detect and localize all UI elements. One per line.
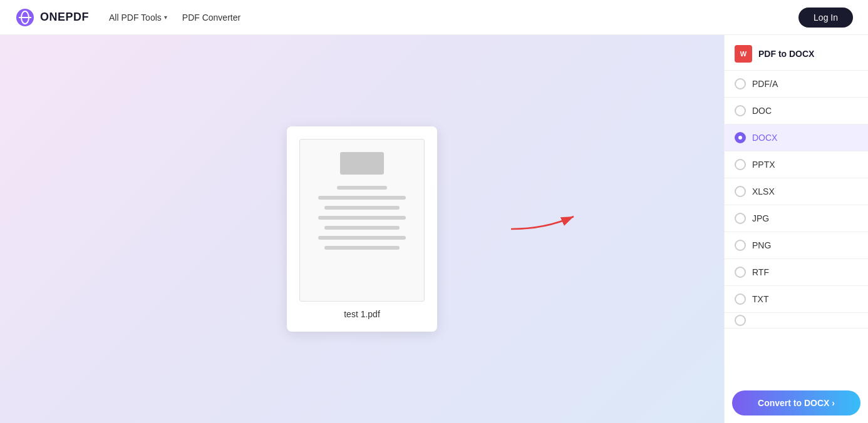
login-button[interactable]: Log In <box>798 8 853 28</box>
format-label-pdfa: PDF/A <box>752 79 778 89</box>
arrow-icon <box>511 204 580 235</box>
logo: ONEPDF <box>15 8 89 28</box>
format-item-pdfa[interactable]: PDF/A <box>725 71 868 98</box>
format-label-xlsx: XLSX <box>752 186 775 196</box>
format-item-doc[interactable]: DOC <box>725 98 868 125</box>
pdf-preview <box>299 139 425 302</box>
format-label-doc: DOC <box>752 106 772 116</box>
radio-txt[interactable] <box>735 293 746 305</box>
format-label-pptx: PPTX <box>752 160 775 170</box>
nav: All PDF Tools ▾ PDF Converter <box>109 10 798 25</box>
radio-jpg[interactable] <box>735 213 746 224</box>
pdf-line-2 <box>318 196 406 200</box>
sidebar-header: W PDF to DOCX <box>725 35 868 71</box>
chevron-down-icon: ▾ <box>164 14 167 21</box>
format-label-jpg: JPG <box>752 213 769 223</box>
format-label-png: PNG <box>752 240 771 250</box>
header: ONEPDF All PDF Tools ▾ PDF Converter Log… <box>0 0 868 35</box>
pdf-line-1 <box>337 186 387 190</box>
nav-pdf-converter[interactable]: PDF Converter <box>182 10 240 25</box>
radio-pdfa[interactable] <box>735 78 746 89</box>
format-item-docx[interactable]: DOCX <box>725 125 868 151</box>
pdf-docx-icon: W <box>735 45 752 63</box>
pdf-line-6 <box>318 236 406 240</box>
radio-extra[interactable] <box>735 315 746 326</box>
sidebar: W PDF to DOCX PDF/A DOC DOCX PPTX <box>724 35 868 423</box>
pdf-image-block <box>340 152 384 175</box>
radio-pptx[interactable] <box>735 159 746 170</box>
nav-all-pdf-tools[interactable]: All PDF Tools ▾ <box>109 10 167 25</box>
format-item-rtf[interactable]: RTF <box>725 259 868 286</box>
radio-docx[interactable] <box>735 132 746 143</box>
radio-doc[interactable] <box>735 105 746 116</box>
format-label-rtf: RTF <box>752 267 769 277</box>
pdf-line-5 <box>324 226 400 230</box>
radio-xlsx[interactable] <box>735 186 746 197</box>
radio-rtf[interactable] <box>735 267 746 278</box>
radio-png[interactable] <box>735 240 746 251</box>
main: test 1.pdf W PDF to DOCX PDF/A DOC DOCX <box>0 35 868 423</box>
format-label-txt: TXT <box>752 294 768 304</box>
pdf-line-4 <box>318 216 406 220</box>
logo-text: ONEPDF <box>40 11 89 24</box>
pdf-line-7 <box>324 246 400 250</box>
sidebar-title: PDF to DOCX <box>758 49 814 59</box>
format-list: PDF/A DOC DOCX PPTX XLSX <box>725 71 868 383</box>
pdf-card: test 1.pdf <box>287 126 437 332</box>
format-item-xlsx[interactable]: XLSX <box>725 178 868 205</box>
format-item-jpg[interactable]: JPG <box>725 205 868 232</box>
format-item-png[interactable]: PNG <box>725 232 868 259</box>
format-item-extra[interactable] <box>725 313 868 329</box>
format-label-docx: DOCX <box>752 133 777 143</box>
canvas-area: test 1.pdf <box>0 35 724 423</box>
pdf-line-3 <box>324 206 400 210</box>
format-item-pptx[interactable]: PPTX <box>725 151 868 178</box>
logo-icon <box>15 8 35 28</box>
pdf-filename: test 1.pdf <box>344 309 380 319</box>
convert-button[interactable]: Convert to DOCX › <box>732 390 860 415</box>
format-item-txt[interactable]: TXT <box>725 286 868 313</box>
